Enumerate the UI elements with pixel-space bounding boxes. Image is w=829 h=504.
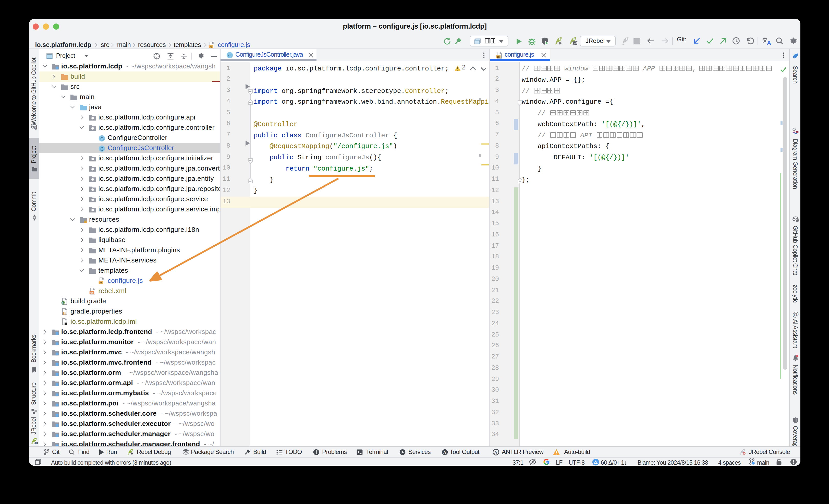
- svg-text:G: G: [62, 301, 65, 304]
- svg-text:JS: JS: [99, 281, 103, 284]
- svg-text:A: A: [767, 40, 771, 45]
- svg-text:C: C: [100, 146, 104, 152]
- svg-text:C: C: [100, 136, 104, 141]
- svg-text:<>: <>: [90, 291, 94, 294]
- svg-text:JR: JR: [34, 441, 38, 445]
- svg-text:C: C: [228, 53, 231, 58]
- svg-text:JS: JS: [497, 55, 500, 58]
- svg-text:?: ?: [35, 127, 36, 130]
- svg-text:A: A: [494, 450, 497, 455]
- svg-text:A: A: [443, 450, 446, 455]
